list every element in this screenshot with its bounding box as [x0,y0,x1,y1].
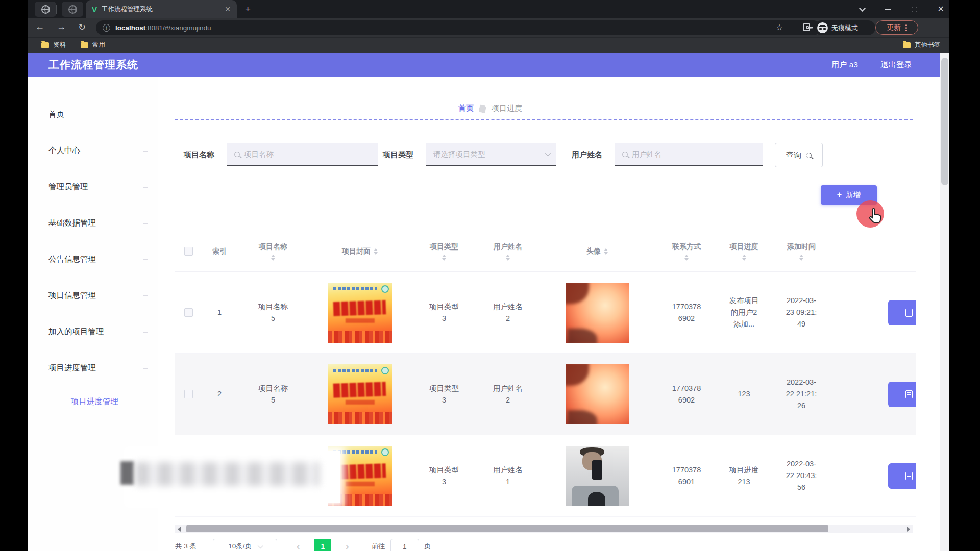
chrome-update-button[interactable]: 更新 [875,20,918,35]
sidebar-label: 个人中心 [48,145,80,156]
bookmark-star-icon[interactable]: ☆ [776,22,783,32]
cell-user: 用户姓名2 [477,354,538,435]
address-bar[interactable]: i localhost:8081/#/xiangmujindu [96,20,821,35]
scrollbar-thumb[interactable] [186,525,828,532]
sidebar-item-admin[interactable]: 管理员管理 [28,169,158,205]
censor-blur-overlay [129,451,340,503]
breadcrumb-home[interactable]: 首页 [458,104,474,113]
browser-globe-icon[interactable] [35,2,56,17]
page-size-select[interactable]: 10条/页 [213,539,277,551]
project-type-select[interactable]: 请选择项目类型 [426,143,556,166]
bookmark-folder-zliao[interactable]: 资料 [41,41,66,49]
row-checkbox[interactable] [184,308,193,317]
chevron-down-icon [545,151,551,156]
detail-button[interactable]: 详情 [888,300,916,325]
tab-search-icon[interactable] [859,5,866,12]
prev-page-button[interactable]: ‹ [297,541,300,551]
sidebar-label: 加入的项目管理 [48,327,104,337]
tab-close-icon[interactable]: ✕ [225,5,231,13]
forward-icon[interactable]: → [57,21,66,32]
sidebar-item-personal[interactable]: 个人中心 [28,133,158,169]
reload-icon[interactable]: ↻ [78,21,86,33]
cell-cover [309,272,411,353]
page-unit-label: 页 [424,542,431,551]
site-info-icon[interactable]: i [103,24,110,32]
tab-title: 工作流程管理系统 [102,5,220,14]
user-avatar-image[interactable] [566,283,629,343]
app-title: 工作流程管理系统 [48,58,138,72]
col-progress[interactable]: 项目进度 [717,231,771,271]
next-page-button[interactable]: › [346,541,349,551]
sidebar-item-notice[interactable]: 公告信息管理 [28,241,158,278]
back-icon[interactable]: ← [35,21,44,32]
bookmark-folder-changyong[interactable]: 常用 [81,41,105,49]
sort-caret-icon[interactable] [799,255,803,261]
user-name-input[interactable]: 用户姓名 [615,143,763,166]
sort-caret-icon[interactable] [442,255,446,261]
menu-dots-icon[interactable] [905,24,907,31]
cell-progress: 项目进度213 [717,435,771,516]
minimize-icon[interactable] [885,9,891,10]
col-user[interactable]: 用户姓名 [477,231,538,271]
sidebar-item-home[interactable]: 首页 [28,96,158,133]
sidebar-item-joined[interactable]: 加入的项目管理 [28,314,158,350]
current-page[interactable]: 1 [314,539,331,551]
vertical-scrollbar[interactable] [940,53,949,551]
scroll-left-icon[interactable] [178,527,181,532]
sidebar-item-basedata[interactable]: 基础数据管理 [28,205,158,241]
filter-type-label: 项目类型 [383,150,413,160]
col-type[interactable]: 项目类型 [411,231,477,271]
project-name-placeholder: 项目名称 [244,149,274,159]
detail-button[interactable]: 详情 [888,382,916,407]
other-bookmarks[interactable]: 其他书签 [903,41,940,49]
collapse-dash-icon [143,259,148,260]
browser-globe-icon-2[interactable] [62,2,83,17]
vue-favicon-icon: V [92,5,97,14]
search-button[interactable]: 查询 [775,143,823,167]
cell-time: 2022-03-22 20:43:56 [771,435,832,516]
horizontal-scrollbar[interactable] [175,525,913,533]
col-index: 索引 [202,231,237,271]
active-tab[interactable]: V 工作流程管理系统 ✕ [86,0,237,18]
sort-caret-icon[interactable] [604,248,608,255]
folder-icon [81,42,88,48]
url-host: localhost [115,24,145,32]
user-avatar-image[interactable] [566,364,629,424]
scrollbar-thumb[interactable] [941,58,948,185]
maximize-icon[interactable] [912,7,917,12]
cell-action: 详情 [832,272,916,353]
col-phone[interactable]: 联系方式 [656,231,717,271]
sidebar-item-progress[interactable]: 项目进度管理 [28,350,158,386]
detail-button[interactable]: 详情 [888,463,916,489]
row-checkbox[interactable] [184,390,193,398]
current-user[interactable]: 用户 a3 [831,60,858,70]
project-cover-image[interactable] [328,364,392,424]
scroll-right-icon[interactable] [907,527,910,532]
cell-progress: 123 [717,354,771,435]
col-avatar[interactable]: 头像 [538,231,656,271]
sort-caret-icon[interactable] [506,255,510,261]
new-tab-button[interactable]: + [245,4,251,15]
logout-link[interactable]: 退出登录 [880,60,912,70]
col-name[interactable]: 项目名称 [237,231,309,271]
sidebar-item-projectinfo[interactable]: 项目信息管理 [28,278,158,314]
window-close-icon[interactable]: ✕ [938,5,944,13]
hand-cursor-icon [867,207,885,226]
goto-page-input[interactable]: 1 [390,539,419,551]
project-name-input[interactable]: 项目名称 [227,143,378,166]
sort-caret-icon[interactable] [271,255,275,261]
sidebar-subitem-progress[interactable]: 项目进度管理 [28,386,158,417]
select-all-checkbox[interactable] [184,247,193,256]
user-avatar-image[interactable] [566,446,629,506]
col-cover[interactable]: 项目封面 [309,231,411,271]
sort-caret-icon[interactable] [374,248,378,255]
table-row: 2 项目名称5 项目类型3 用户姓名2 17703786902 123 2022… [175,354,916,435]
sort-caret-icon[interactable] [684,255,689,261]
col-time[interactable]: 添加时间 [771,231,832,271]
sort-caret-icon[interactable] [742,255,746,261]
cell-avatar [538,354,656,435]
extensions-icon[interactable] [803,23,810,31]
cell-time: 2022-03-23 09:21:49 [771,272,832,353]
project-cover-image[interactable] [328,283,392,343]
goto-label: 前往 [372,542,385,551]
